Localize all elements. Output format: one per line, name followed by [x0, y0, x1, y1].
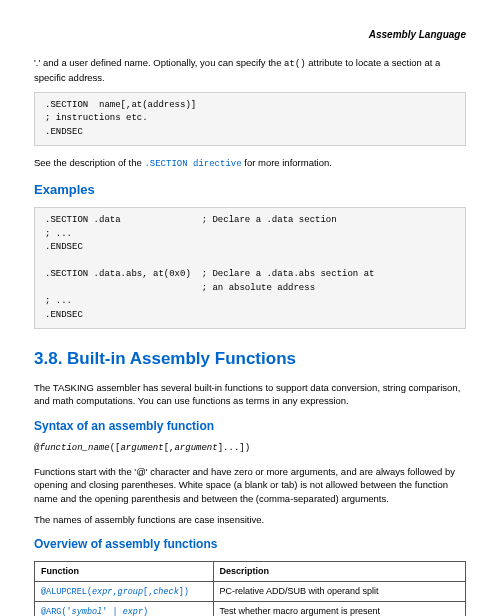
col-description: Description	[213, 561, 465, 581]
syntax-template: @function_name([argument[,argument]...])	[34, 442, 466, 455]
function-signature: @ARG('symbol' | expr)	[41, 607, 148, 616]
col-function: Function	[35, 561, 214, 581]
syntax-open: ([	[110, 443, 121, 453]
section-intro-para: The TASKING assembler has several built-…	[34, 381, 466, 408]
syntax-heading: Syntax of an assembly function	[34, 418, 466, 435]
syntax-mid: [,	[164, 443, 175, 453]
see-suffix: for more information.	[242, 157, 332, 168]
function-cell: @ARG('symbol' | expr)	[35, 602, 214, 616]
table-row: @ALUPCREL(expr,group[,check])PC-relative…	[35, 581, 466, 602]
syntax-close: ]...])	[218, 443, 250, 453]
section-directive-link[interactable]: .SECTION directive	[144, 159, 241, 169]
syntax-arg1: argument	[120, 443, 163, 453]
syntax-arg2: argument	[174, 443, 217, 453]
description-cell: Test whether macro argument is present	[213, 602, 465, 616]
see-description: See the description of the .SECTION dire…	[34, 156, 466, 171]
code-box-examples: .SECTION .data ; Declare a .data section…	[34, 207, 466, 329]
examples-heading: Examples	[34, 181, 466, 199]
intro-text-1: '.' and a user defined name. Optionally,…	[34, 57, 284, 68]
syntax-para-1: Functions start with the '@' character a…	[34, 465, 466, 505]
description-cell: PC-relative ADD/SUB with operand split	[213, 581, 465, 602]
functions-table: Function Description @ALUPCREL(expr,grou…	[34, 561, 466, 616]
chapter-header: Assembly Language	[34, 28, 466, 42]
code-box-section-syntax: .SECTION name[,at(address)] ; instructio…	[34, 92, 466, 147]
table-header-row: Function Description	[35, 561, 466, 581]
syntax-fn-name: function_name	[39, 443, 109, 453]
syntax-para-2: The names of assembly functions are case…	[34, 513, 466, 526]
table-row: @ARG('symbol' | expr)Test whether macro …	[35, 602, 466, 616]
intro-code: at()	[284, 59, 306, 69]
see-prefix: See the description of the	[34, 157, 144, 168]
function-cell: @ALUPCREL(expr,group[,check])	[35, 581, 214, 602]
overview-heading: Overview of assembly functions	[34, 536, 466, 553]
function-signature: @ALUPCREL(expr,group[,check])	[41, 587, 189, 597]
section-3-8-heading: 3.8. Built-in Assembly Functions	[34, 347, 466, 371]
intro-paragraph: '.' and a user defined name. Optionally,…	[34, 56, 466, 84]
